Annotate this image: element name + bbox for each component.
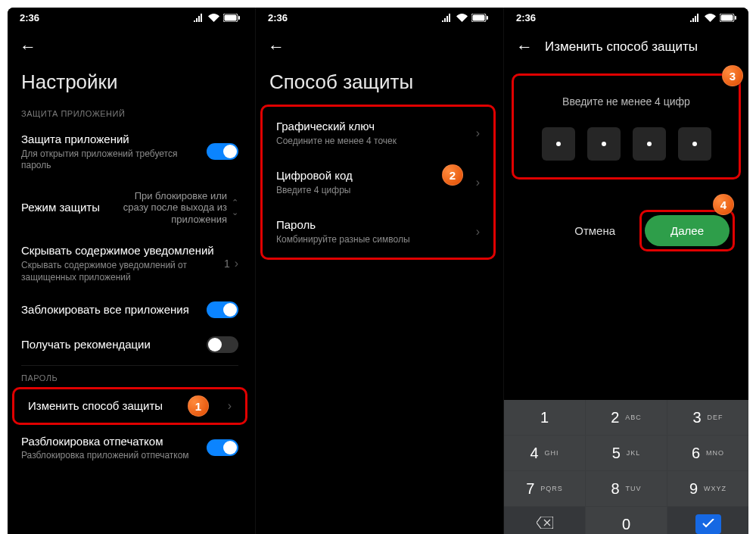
password-sub: Комбинируйте разные символы (276, 234, 476, 246)
lock-mode-title: Режим защиты (21, 200, 114, 215)
row-hide-notifications[interactable]: Скрывать содержимое уведомлений Скрывать… (8, 234, 252, 292)
back-arrow-icon[interactable]: ← (516, 37, 533, 57)
battery-icon (223, 14, 240, 22)
app-lock-sub: Для открытия приложений требуется пароль (21, 148, 207, 172)
key-8[interactable]: 8TUV (586, 471, 667, 506)
highlight-pin-entry: 3 Введите не менее 4 цифр (512, 73, 741, 180)
next-button[interactable]: Далее (645, 215, 730, 246)
screen-settings: 2:36 ← Настройки ЗАЩИТА ПРИЛОЖЕНИЙ Защит… (8, 8, 252, 534)
row-pattern[interactable]: Графический ключ Соедините не менее 4 то… (263, 108, 493, 158)
numeric-keypad: 1 2ABC 3DEF 4GHI 5JKL 6MNO 7PQRS 8TUV 9W… (504, 400, 748, 534)
section-password: ПАРОЛЬ (8, 369, 252, 387)
cancel-button[interactable]: Отмена (561, 217, 629, 245)
page-title: Способ защиты (256, 63, 500, 105)
battery-icon (720, 14, 736, 22)
chevron-right-icon: › (476, 126, 480, 140)
screen-enter-pin: 2:36 ← Изменить способ защиты 3 Введите … (503, 8, 748, 534)
status-time: 2:36 (516, 12, 536, 23)
pin-cell (678, 127, 711, 161)
pin-prompt: Введите не менее 4 цифр (514, 76, 739, 121)
svg-rect-5 (487, 16, 488, 20)
recommendations-toggle[interactable] (207, 336, 238, 353)
key-9[interactable]: 9WXYZ (667, 471, 748, 506)
row-app-lock[interactable]: Защита приложений Для открытия приложени… (8, 123, 252, 181)
status-time: 2:36 (20, 12, 39, 23)
app-lock-toggle[interactable] (207, 143, 238, 160)
key-6[interactable]: 6MNO (667, 436, 748, 470)
signal-icon (442, 14, 453, 22)
key-backspace[interactable] (504, 507, 585, 534)
badge-2: 2 (442, 164, 463, 186)
wifi-icon (208, 14, 219, 22)
row-password[interactable]: Пароль Комбинируйте разные символы › (263, 207, 493, 256)
badge-3: 3 (722, 65, 743, 86)
status-bar: 2:36 (504, 8, 748, 28)
key-7[interactable]: 7PQRS (504, 471, 585, 506)
battery-icon (471, 14, 488, 22)
pin-cell (542, 127, 575, 161)
pattern-title: Графический ключ (276, 119, 476, 134)
status-time: 2:36 (268, 12, 288, 23)
header-title: Изменить способ защиты (545, 39, 698, 55)
action-row: Отмена 4 Далее (504, 180, 748, 262)
pin-cell (587, 127, 621, 161)
row-fingerprint[interactable]: Разблокировка отпечатком Разблокировка п… (8, 425, 252, 464)
key-3[interactable]: 3DEF (667, 400, 748, 435)
chevron-right-icon: › (476, 225, 480, 239)
key-0[interactable]: 0 (586, 507, 667, 534)
check-icon (702, 517, 714, 531)
lock-all-title: Заблокировать все приложения (21, 302, 207, 317)
password-title: Пароль (276, 217, 476, 233)
key-ok[interactable] (667, 507, 748, 534)
key-2[interactable]: 2ABC (586, 400, 667, 435)
highlight-methods: 2 Графический ключ Соедините не менее 4 … (260, 105, 496, 260)
back-arrow-icon[interactable]: ← (20, 37, 36, 57)
row-recommendations[interactable]: Получать рекомендации (8, 327, 252, 362)
row-change-method[interactable]: Изменить способ защиты › (14, 389, 245, 423)
row-lock-all[interactable]: Заблокировать все приложения (8, 292, 252, 327)
signal-icon (194, 14, 204, 22)
pin-input[interactable] (514, 121, 739, 164)
lock-all-toggle[interactable] (207, 301, 238, 318)
updown-icon: ⌃⌄ (232, 198, 238, 217)
screen-method: 2:36 ← Способ защиты 2 Графический ключ … (255, 8, 500, 534)
svg-rect-2 (238, 16, 240, 20)
section-app-protection: ЗАЩИТА ПРИЛОЖЕНИЙ (8, 105, 252, 123)
wifi-icon (456, 14, 468, 22)
highlight-change-method: 1 Изменить способ защиты › (12, 387, 247, 425)
app-lock-title: Защита приложений (21, 132, 207, 147)
svg-rect-7 (721, 15, 733, 21)
svg-rect-8 (735, 16, 736, 20)
key-5[interactable]: 5JKL (586, 436, 667, 470)
ok-button[interactable] (695, 514, 721, 534)
fingerprint-title: Разблокировка отпечатком (21, 434, 207, 449)
key-1[interactable]: 1 (504, 400, 585, 435)
pin-sub: Введите 4 цифры (276, 185, 476, 197)
header: ← Изменить способ защиты (504, 28, 748, 63)
svg-rect-4 (473, 15, 485, 21)
highlight-next: 4 Далее (639, 210, 735, 251)
hide-notif-count: 1 (224, 258, 230, 270)
badge-1: 1 (188, 395, 209, 417)
recommendations-title: Получать рекомендации (21, 337, 207, 352)
pattern-sub: Соедините не менее 4 точек (276, 136, 476, 148)
three-screens: 2:36 ← Настройки ЗАЩИТА ПРИЛОЖЕНИЙ Защит… (8, 8, 748, 534)
page-title: Настройки (8, 63, 252, 105)
pin-cell (633, 127, 666, 161)
lock-mode-value: При блокировке или сразу после выхода из… (114, 190, 227, 226)
fingerprint-sub: Разблокировка приложений отпечатком (21, 450, 207, 462)
row-lock-mode[interactable]: Режим защиты При блокировке или сразу по… (8, 181, 252, 235)
divider (21, 365, 238, 366)
status-bar: 2:36 (256, 8, 500, 28)
back-arrow-icon[interactable]: ← (268, 37, 285, 57)
header: ← (256, 28, 500, 63)
status-icons (690, 14, 736, 22)
signal-icon (690, 14, 701, 22)
hide-notif-sub: Скрывать содержимое уведомлений от защищ… (21, 260, 224, 283)
key-4[interactable]: 4GHI (504, 436, 585, 470)
status-bar: 2:36 (8, 8, 252, 28)
chevron-right-icon: › (235, 257, 238, 270)
fingerprint-toggle[interactable] (207, 439, 238, 456)
hide-notif-title: Скрывать содержимое уведомлений (21, 243, 224, 258)
status-icons (442, 14, 488, 22)
